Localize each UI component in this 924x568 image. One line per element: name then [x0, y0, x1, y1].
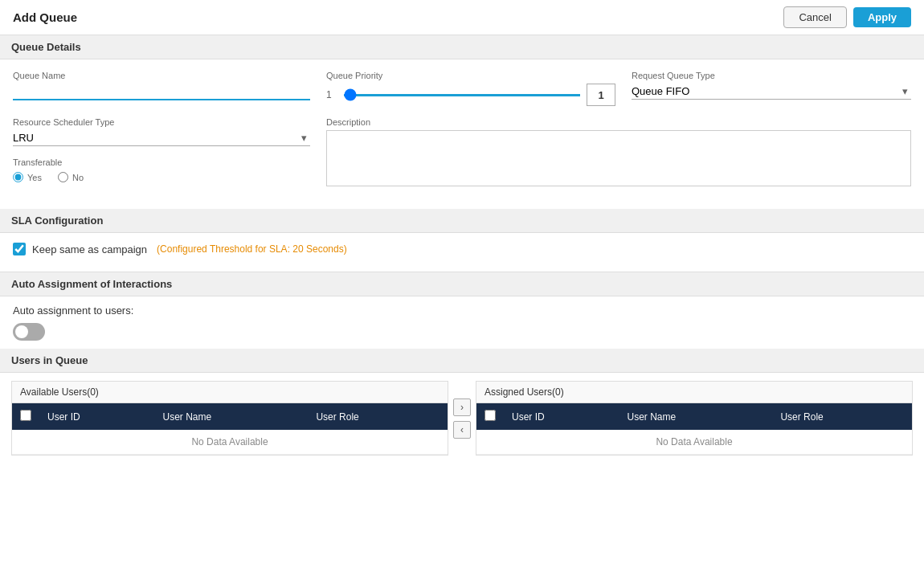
sla-body: Keep same as campaign (Configured Thresh…: [0, 233, 924, 272]
auto-assign-to-users-label: Auto assignment to users:: [13, 304, 911, 317]
keep-same-checkbox[interactable]: [13, 243, 26, 255]
apply-button[interactable]: Apply: [853, 7, 911, 27]
description-textarea[interactable]: [326, 130, 911, 186]
transfer-arrows: › ‹: [448, 381, 476, 456]
assigned-userid-col: User ID: [504, 403, 619, 430]
resource-scheduler-label: Resource Scheduler Type: [13, 117, 310, 127]
request-queue-type-wrapper: Queue FIFO Queue LIFO Priority Queue: [632, 84, 911, 100]
auto-assign-toggle[interactable]: [13, 323, 45, 341]
queue-name-input[interactable]: [13, 84, 310, 100]
form-row-1: Queue Name Queue Priority 1 1 Request Qu…: [13, 71, 911, 106]
users-tables-container: Available Users(0) User ID User Name Use…: [0, 373, 924, 464]
request-queue-type-group: Request Queue Type Queue FIFO Queue LIFO…: [632, 71, 911, 100]
top-bar: Add Queue Cancel Apply: [0, 0, 924, 35]
assigned-users-header-row: User ID User Name User Role: [476, 403, 912, 430]
priority-slider[interactable]: [344, 94, 580, 96]
form-row-2: Resource Scheduler Type LRU MRU Round Ro…: [13, 117, 911, 186]
sla-section-header: SLA Configuration: [0, 209, 924, 233]
queue-priority-group: Queue Priority 1 1: [326, 71, 615, 106]
available-select-all-col: [12, 403, 39, 430]
assigned-users-panel: Assigned Users(0) User ID User Name User…: [476, 381, 913, 456]
assigned-users-table: User ID User Name User Role No Data Avai…: [476, 403, 912, 455]
resource-scheduler-select[interactable]: LRU MRU Round Robin: [13, 130, 310, 146]
available-users-title: Available Users(0): [12, 382, 448, 403]
sla-note: (Configured Threshold for SLA: 20 Second…: [157, 243, 347, 255]
description-label: Description: [326, 117, 911, 127]
page-title: Add Queue: [13, 10, 77, 24]
queue-details-header: Queue Details: [0, 35, 924, 59]
priority-box: 1: [587, 84, 615, 106]
sla-checkbox-row: Keep same as campaign (Configured Thresh…: [13, 243, 911, 255]
queue-name-group: Queue Name: [13, 71, 310, 100]
available-no-data: No Data Available: [12, 430, 448, 455]
transfer-right-button[interactable]: ›: [453, 398, 471, 416]
description-group: Description: [326, 117, 911, 186]
assigned-select-all-checkbox[interactable]: [484, 410, 496, 421]
available-users-panel: Available Users(0) User ID User Name Use…: [11, 381, 448, 456]
queue-name-label: Queue Name: [13, 71, 310, 80]
transferable-yes-radio[interactable]: Yes: [13, 172, 42, 182]
available-no-data-row: No Data Available: [12, 430, 448, 455]
assigned-select-all-col: [476, 403, 504, 430]
transferable-no-radio[interactable]: No: [58, 172, 84, 182]
assigned-no-data: No Data Available: [476, 430, 912, 455]
auto-assignment-header: Auto Assignment of Interactions: [0, 272, 924, 296]
resource-scheduler-wrapper: LRU MRU Round Robin: [13, 130, 310, 146]
top-bar-actions: Cancel Apply: [783, 6, 911, 28]
priority-number: 1: [326, 89, 337, 100]
priority-container: 1 1: [326, 84, 615, 106]
available-users-table: User ID User Name User Role No Data Avai…: [12, 403, 448, 455]
transferable-label: Transferable: [13, 157, 310, 167]
auto-assign-body: Auto assignment to users:: [0, 296, 924, 349]
available-users-header-row: User ID User Name User Role: [12, 403, 448, 430]
assigned-userrole-col: User Role: [772, 403, 912, 430]
cancel-button[interactable]: Cancel: [783, 6, 846, 28]
request-queue-type-label: Request Queue Type: [632, 71, 911, 80]
resource-scheduler-group: Resource Scheduler Type LRU MRU Round Ro…: [13, 117, 310, 186]
keep-same-label: Keep same as campaign: [32, 243, 147, 255]
available-select-all-checkbox[interactable]: [20, 410, 31, 421]
users-in-queue-header: Users in Queue: [0, 349, 924, 373]
toggle-slider: [13, 323, 45, 341]
available-username-col: User Name: [155, 403, 309, 430]
transfer-left-button[interactable]: ‹: [453, 421, 471, 439]
transferable-row: Yes No: [13, 172, 310, 186]
request-queue-type-select[interactable]: Queue FIFO Queue LIFO Priority Queue: [632, 84, 911, 100]
assigned-no-data-row: No Data Available: [476, 430, 912, 455]
queue-priority-label: Queue Priority: [326, 71, 615, 80]
queue-details-body: Queue Name Queue Priority 1 1 Request Qu…: [0, 59, 924, 209]
assigned-username-col: User Name: [619, 403, 773, 430]
available-userid-col: User ID: [39, 403, 155, 430]
assigned-users-title: Assigned Users(0): [476, 382, 912, 403]
available-userrole-col: User Role: [308, 403, 448, 430]
